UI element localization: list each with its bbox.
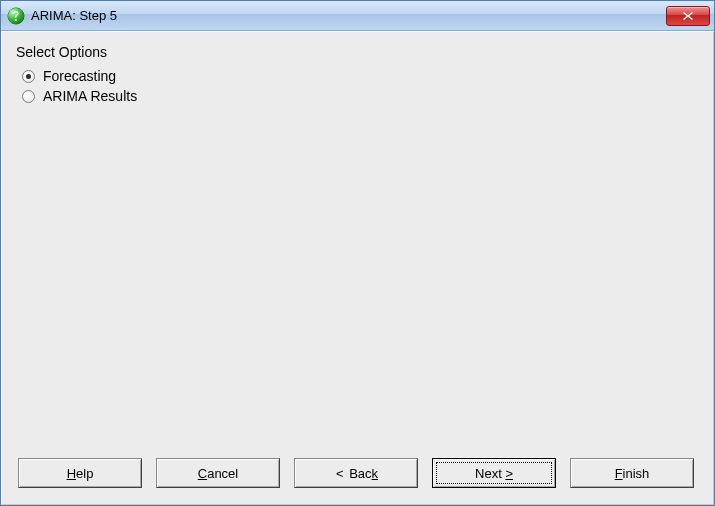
radio-indicator [22,90,35,103]
options-heading: Select Options [16,44,699,60]
radio-arima-results[interactable]: ARIMA Results [22,88,699,104]
radio-forecasting[interactable]: Forecasting [22,68,699,84]
radio-indicator [22,70,35,83]
radio-label: ARIMA Results [43,88,137,104]
radio-label: Forecasting [43,68,116,84]
close-button[interactable] [666,6,710,26]
dialog-window: ARIMA: Step 5 Select Options Forecasting… [0,0,715,506]
help-button[interactable]: Help [18,458,142,488]
close-icon [682,11,694,21]
back-button[interactable]: < Back [294,458,418,488]
finish-button[interactable]: Finish [570,458,694,488]
help-icon [7,7,25,25]
client-area: Select Options Forecasting ARIMA Results… [1,31,714,505]
svg-point-2 [15,18,17,20]
button-row: Help Cancel < Back Next > Finish [16,452,699,494]
cancel-button[interactable]: Cancel [156,458,280,488]
next-button[interactable]: Next > [432,458,556,488]
content-area: Select Options Forecasting ARIMA Results [16,44,699,452]
window-title: ARIMA: Step 5 [31,8,666,23]
titlebar: ARIMA: Step 5 [1,1,714,31]
